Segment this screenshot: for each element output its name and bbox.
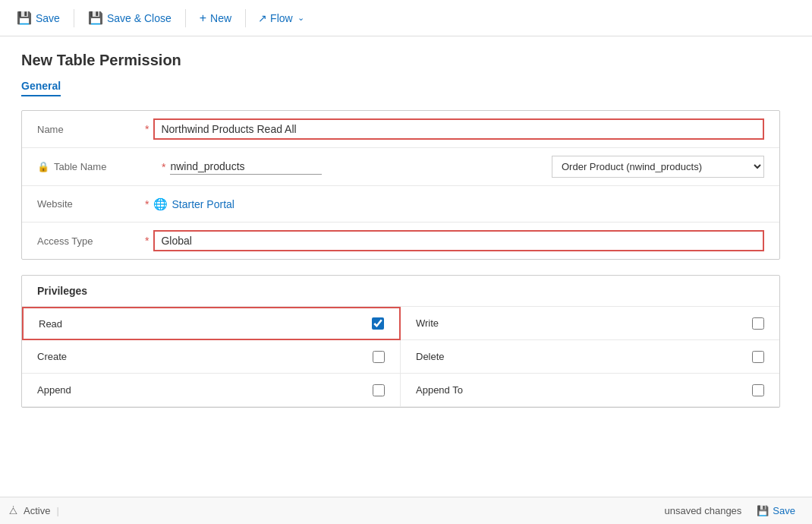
table-dropdown: Order Product (nwind_products) — [552, 156, 764, 178]
status-left: ⧊ Active | — [9, 505, 59, 517]
priv-label-delete: Delete — [416, 351, 752, 362]
access-type-row: Access Type * Global — [22, 223, 779, 259]
priv-row-read: Read — [22, 307, 401, 340]
priv-row-create: Create — [22, 340, 401, 374]
priv-label-create: Create — [37, 351, 373, 362]
table-name-required: * — [162, 161, 165, 173]
website-value: Starter Portal — [172, 198, 234, 210]
status-save-label: Save — [773, 505, 795, 516]
priv-row-append: Append — [22, 374, 401, 407]
new-button[interactable]: + New — [192, 8, 239, 29]
status-right: unsaved changes 💾 Save — [664, 502, 803, 519]
website-row: Website * 🌐 Starter Portal — [22, 186, 779, 223]
priv-checkbox-delete[interactable] — [752, 351, 764, 363]
chevron-down-icon: ⌄ — [297, 13, 304, 23]
tab-general[interactable]: General — [21, 80, 61, 96]
name-label: Name — [37, 124, 143, 135]
website-link[interactable]: 🌐 Starter Portal — [153, 197, 234, 211]
priv-checkbox-write[interactable] — [752, 317, 764, 330]
priv-row-write: Write — [401, 307, 779, 340]
flow-button[interactable]: ↗ Flow ⌄ — [252, 8, 310, 28]
priv-checkbox-append-to[interactable] — [752, 384, 764, 396]
priv-row-delete: Delete — [401, 340, 779, 374]
flow-icon: ↗ — [258, 12, 267, 24]
website-required: * — [145, 198, 149, 210]
save-close-button[interactable]: 💾 Save & Close — [80, 7, 179, 29]
table-name-row: 🔒 Table Name * Order Product (nwind_prod… — [22, 148, 779, 186]
toolbar-divider-1 — [74, 9, 74, 27]
status-bar: ⧊ Active | unsaved changes 💾 Save — [0, 497, 812, 524]
page-title: New Table Permission — [21, 52, 780, 69]
priv-label-append: Append — [37, 384, 373, 396]
status-save-button[interactable]: 💾 Save — [749, 502, 803, 519]
form-card: Name * Northwind Products Read All 🔒 Tab… — [21, 110, 780, 260]
status-state: Active — [24, 505, 50, 516]
save-close-label: Save & Close — [107, 12, 172, 24]
access-type-required: * — [145, 235, 149, 247]
lock-icon: 🔒 — [37, 161, 49, 172]
new-label: New — [210, 12, 231, 24]
website-label: Website — [37, 198, 143, 210]
status-save-icon: 💾 — [757, 505, 769, 516]
table-select[interactable]: Order Product (nwind_products) — [552, 156, 764, 178]
toolbar-divider-3 — [245, 9, 246, 27]
privileges-header: Privileges — [22, 276, 779, 307]
unsaved-changes: unsaved changes — [664, 505, 741, 516]
name-row: Name * Northwind Products Read All — [22, 111, 779, 148]
save-close-icon: 💾 — [88, 11, 103, 25]
privileges-card: Privileges Read Write Create — [21, 275, 780, 408]
access-type-label: Access Type — [37, 235, 143, 247]
expand-icon: ⧊ — [9, 505, 17, 517]
priv-checkbox-read[interactable] — [372, 317, 384, 330]
main-scroll-area[interactable]: New Table Permission General Name * Nort… — [0, 36, 812, 497]
priv-label-append-to: Append To — [416, 384, 752, 396]
priv-label-read: Read — [39, 318, 372, 330]
name-value[interactable]: Northwind Products Read All — [153, 118, 764, 140]
status-divider: | — [56, 505, 58, 516]
access-type-value[interactable]: Global — [153, 230, 764, 251]
priv-label-write: Write — [416, 317, 752, 329]
name-required: * — [145, 123, 149, 135]
privileges-grid: Read Write Create Delete — [22, 307, 779, 407]
save-icon: 💾 — [17, 11, 32, 25]
new-icon: + — [200, 11, 206, 25]
table-name-label: Table Name — [54, 161, 160, 172]
save-button[interactable]: 💾 Save — [9, 7, 68, 29]
content-wrapper: New Table Permission General Name * Nort… — [0, 36, 812, 497]
priv-checkbox-create[interactable] — [373, 351, 385, 363]
save-label: Save — [36, 12, 60, 24]
flow-label: Flow — [270, 12, 293, 24]
priv-row-append-to: Append To — [401, 374, 779, 407]
toolbar-divider-2 — [185, 9, 186, 27]
table-name-input[interactable] — [170, 159, 322, 175]
toolbar: 💾 Save 💾 Save & Close + New ↗ Flow ⌄ — [0, 0, 812, 36]
globe-icon: 🌐 — [153, 197, 168, 211]
priv-checkbox-append[interactable] — [373, 384, 385, 396]
